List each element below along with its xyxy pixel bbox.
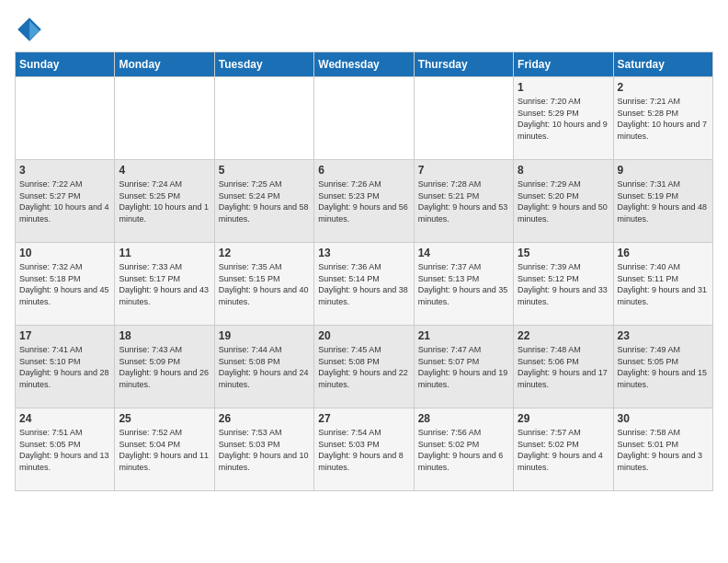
calendar-cell bbox=[314, 77, 414, 160]
day-number: 4 bbox=[119, 164, 210, 177]
day-number: 27 bbox=[318, 412, 409, 425]
logo-icon bbox=[15, 15, 44, 44]
day-number: 14 bbox=[418, 247, 509, 259]
calendar-cell: 23Sunrise: 7:49 AM Sunset: 5:05 PM Dayli… bbox=[613, 326, 712, 408]
day-info: Sunrise: 7:33 AM Sunset: 5:17 PM Dayligh… bbox=[119, 261, 210, 307]
day-number: 5 bbox=[219, 164, 310, 177]
day-info: Sunrise: 7:52 AM Sunset: 5:04 PM Dayligh… bbox=[119, 427, 210, 473]
day-number: 26 bbox=[219, 412, 310, 425]
column-header-monday: Monday bbox=[115, 52, 214, 77]
calendar-cell: 1Sunrise: 7:20 AM Sunset: 5:29 PM Daylig… bbox=[514, 77, 613, 160]
calendar-cell: 18Sunrise: 7:43 AM Sunset: 5:09 PM Dayli… bbox=[115, 326, 214, 408]
day-info: Sunrise: 7:39 AM Sunset: 5:12 PM Dayligh… bbox=[518, 261, 609, 307]
day-info: Sunrise: 7:44 AM Sunset: 5:08 PM Dayligh… bbox=[219, 344, 310, 390]
day-number: 7 bbox=[418, 164, 509, 177]
calendar-week-row: 24Sunrise: 7:51 AM Sunset: 5:05 PM Dayli… bbox=[16, 408, 713, 491]
day-info: Sunrise: 7:49 AM Sunset: 5:05 PM Dayligh… bbox=[618, 344, 709, 390]
calendar-table: SundayMondayTuesdayWednesdayThursdayFrid… bbox=[15, 52, 713, 491]
day-number: 1 bbox=[518, 81, 609, 94]
calendar-cell: 13Sunrise: 7:36 AM Sunset: 5:14 PM Dayli… bbox=[314, 243, 414, 326]
calendar-cell: 19Sunrise: 7:44 AM Sunset: 5:08 PM Dayli… bbox=[214, 326, 313, 408]
day-info: Sunrise: 7:54 AM Sunset: 5:03 PM Dayligh… bbox=[318, 427, 409, 473]
day-number: 17 bbox=[19, 329, 110, 342]
day-info: Sunrise: 7:57 AM Sunset: 5:02 PM Dayligh… bbox=[518, 427, 609, 473]
calendar-cell: 11Sunrise: 7:33 AM Sunset: 5:17 PM Dayli… bbox=[115, 243, 214, 326]
day-number: 18 bbox=[119, 329, 210, 342]
column-header-thursday: Thursday bbox=[414, 52, 513, 77]
calendar-cell: 12Sunrise: 7:35 AM Sunset: 5:15 PM Dayli… bbox=[214, 243, 313, 326]
calendar-cell: 21Sunrise: 7:47 AM Sunset: 5:07 PM Dayli… bbox=[414, 326, 513, 408]
calendar-cell bbox=[214, 77, 313, 160]
day-info: Sunrise: 7:25 AM Sunset: 5:24 PM Dayligh… bbox=[219, 178, 310, 224]
day-number: 10 bbox=[19, 247, 110, 259]
calendar-cell: 14Sunrise: 7:37 AM Sunset: 5:13 PM Dayli… bbox=[414, 243, 513, 326]
day-info: Sunrise: 7:26 AM Sunset: 5:23 PM Dayligh… bbox=[318, 178, 409, 224]
day-number: 9 bbox=[618, 164, 709, 177]
day-number: 21 bbox=[418, 329, 509, 342]
calendar-week-row: 3Sunrise: 7:22 AM Sunset: 5:27 PM Daylig… bbox=[16, 160, 713, 243]
day-info: Sunrise: 7:43 AM Sunset: 5:09 PM Dayligh… bbox=[119, 344, 210, 390]
day-info: Sunrise: 7:37 AM Sunset: 5:13 PM Dayligh… bbox=[418, 261, 509, 307]
day-info: Sunrise: 7:21 AM Sunset: 5:28 PM Dayligh… bbox=[618, 96, 709, 142]
day-number: 13 bbox=[318, 247, 409, 259]
calendar-cell bbox=[115, 77, 214, 160]
day-number: 24 bbox=[19, 412, 110, 425]
day-number: 29 bbox=[518, 412, 609, 425]
day-info: Sunrise: 7:48 AM Sunset: 5:06 PM Dayligh… bbox=[518, 344, 609, 390]
day-info: Sunrise: 7:29 AM Sunset: 5:20 PM Dayligh… bbox=[518, 178, 609, 224]
calendar-cell: 27Sunrise: 7:54 AM Sunset: 5:03 PM Dayli… bbox=[314, 408, 414, 491]
day-info: Sunrise: 7:32 AM Sunset: 5:18 PM Dayligh… bbox=[19, 261, 110, 307]
calendar-cell: 6Sunrise: 7:26 AM Sunset: 5:23 PM Daylig… bbox=[314, 160, 414, 243]
calendar-week-row: 10Sunrise: 7:32 AM Sunset: 5:18 PM Dayli… bbox=[16, 243, 713, 326]
calendar-cell: 26Sunrise: 7:53 AM Sunset: 5:03 PM Dayli… bbox=[214, 408, 313, 491]
calendar-cell: 7Sunrise: 7:28 AM Sunset: 5:21 PM Daylig… bbox=[414, 160, 513, 243]
day-number: 22 bbox=[518, 329, 609, 342]
calendar-cell: 17Sunrise: 7:41 AM Sunset: 5:10 PM Dayli… bbox=[16, 326, 115, 408]
calendar-week-row: 1Sunrise: 7:20 AM Sunset: 5:29 PM Daylig… bbox=[16, 77, 713, 160]
logo bbox=[15, 15, 48, 44]
column-header-friday: Friday bbox=[514, 52, 613, 77]
day-number: 6 bbox=[318, 164, 409, 177]
day-info: Sunrise: 7:47 AM Sunset: 5:07 PM Dayligh… bbox=[418, 344, 509, 390]
day-number: 15 bbox=[518, 247, 609, 259]
calendar-cell: 25Sunrise: 7:52 AM Sunset: 5:04 PM Dayli… bbox=[115, 408, 214, 491]
calendar-cell: 29Sunrise: 7:57 AM Sunset: 5:02 PM Dayli… bbox=[514, 408, 613, 491]
day-number: 28 bbox=[418, 412, 509, 425]
calendar-cell: 8Sunrise: 7:29 AM Sunset: 5:20 PM Daylig… bbox=[514, 160, 613, 243]
calendar-cell: 5Sunrise: 7:25 AM Sunset: 5:24 PM Daylig… bbox=[214, 160, 313, 243]
calendar-cell bbox=[16, 77, 115, 160]
day-number: 16 bbox=[618, 247, 709, 259]
calendar-week-row: 17Sunrise: 7:41 AM Sunset: 5:10 PM Dayli… bbox=[16, 326, 713, 408]
day-number: 2 bbox=[618, 81, 709, 94]
day-info: Sunrise: 7:31 AM Sunset: 5:19 PM Dayligh… bbox=[618, 178, 709, 224]
day-number: 19 bbox=[219, 329, 310, 342]
day-number: 25 bbox=[119, 412, 210, 425]
calendar-cell bbox=[414, 77, 513, 160]
day-number: 3 bbox=[19, 164, 110, 177]
day-info: Sunrise: 7:36 AM Sunset: 5:14 PM Dayligh… bbox=[318, 261, 409, 307]
calendar-cell: 10Sunrise: 7:32 AM Sunset: 5:18 PM Dayli… bbox=[16, 243, 115, 326]
calendar-header-row: SundayMondayTuesdayWednesdayThursdayFrid… bbox=[16, 52, 713, 77]
calendar-cell: 22Sunrise: 7:48 AM Sunset: 5:06 PM Dayli… bbox=[514, 326, 613, 408]
day-number: 30 bbox=[618, 412, 709, 425]
day-info: Sunrise: 7:56 AM Sunset: 5:02 PM Dayligh… bbox=[418, 427, 509, 473]
day-info: Sunrise: 7:51 AM Sunset: 5:05 PM Dayligh… bbox=[19, 427, 110, 473]
calendar-cell: 9Sunrise: 7:31 AM Sunset: 5:19 PM Daylig… bbox=[613, 160, 712, 243]
column-header-saturday: Saturday bbox=[613, 52, 712, 77]
calendar-cell: 28Sunrise: 7:56 AM Sunset: 5:02 PM Dayli… bbox=[414, 408, 513, 491]
day-info: Sunrise: 7:58 AM Sunset: 5:01 PM Dayligh… bbox=[618, 427, 709, 473]
column-header-wednesday: Wednesday bbox=[314, 52, 414, 77]
column-header-sunday: Sunday bbox=[16, 52, 115, 77]
calendar-cell: 15Sunrise: 7:39 AM Sunset: 5:12 PM Dayli… bbox=[514, 243, 613, 326]
day-info: Sunrise: 7:24 AM Sunset: 5:25 PM Dayligh… bbox=[119, 178, 210, 224]
page-header bbox=[15, 15, 713, 44]
calendar-cell: 3Sunrise: 7:22 AM Sunset: 5:27 PM Daylig… bbox=[16, 160, 115, 243]
calendar-cell: 30Sunrise: 7:58 AM Sunset: 5:01 PM Dayli… bbox=[613, 408, 712, 491]
day-info: Sunrise: 7:35 AM Sunset: 5:15 PM Dayligh… bbox=[219, 261, 310, 307]
day-info: Sunrise: 7:28 AM Sunset: 5:21 PM Dayligh… bbox=[418, 178, 509, 224]
day-info: Sunrise: 7:41 AM Sunset: 5:10 PM Dayligh… bbox=[19, 344, 110, 390]
day-info: Sunrise: 7:20 AM Sunset: 5:29 PM Dayligh… bbox=[518, 96, 609, 142]
calendar-cell: 4Sunrise: 7:24 AM Sunset: 5:25 PM Daylig… bbox=[115, 160, 214, 243]
day-number: 23 bbox=[618, 329, 709, 342]
day-info: Sunrise: 7:22 AM Sunset: 5:27 PM Dayligh… bbox=[19, 178, 110, 224]
